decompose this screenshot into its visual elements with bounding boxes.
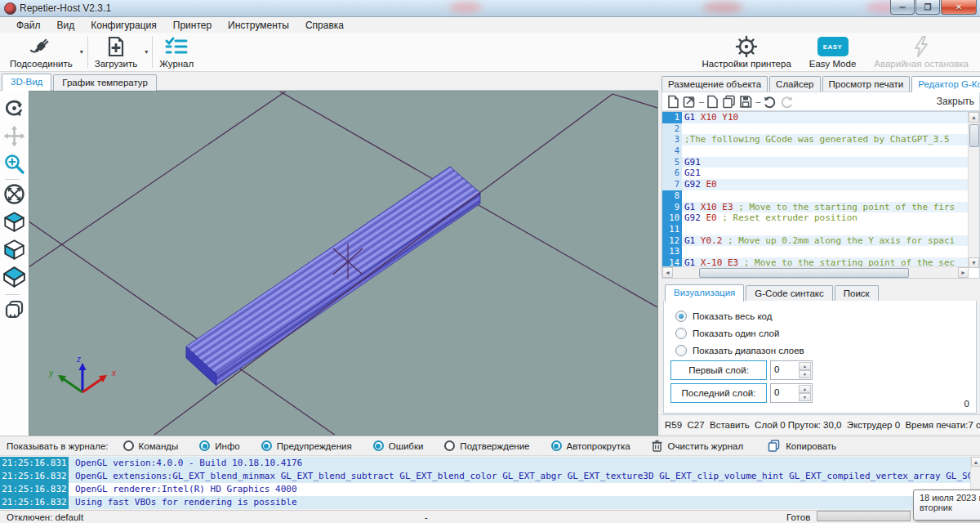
scroll-thumb[interactable]: [699, 268, 909, 278]
radio-0[interactable]: Показать весь код: [675, 311, 772, 322]
fit-view-icon[interactable]: [3, 183, 25, 205]
export-file-icon[interactable]: [683, 95, 696, 109]
log-toggle-1[interactable]: Инфо: [199, 440, 239, 451]
spin-down[interactable]: ▼: [799, 370, 811, 378]
line-text: [682, 224, 969, 235]
top-view-icon[interactable]: [3, 266, 25, 288]
gcode-line[interactable]: 3;The following GCode was generated by C…: [662, 134, 969, 145]
gcode-line[interactable]: 9G1 X10 E3 ; Move to the starting point …: [662, 202, 969, 213]
rotate-view-icon[interactable]: [3, 97, 25, 119]
menu-item-0[interactable]: Файл: [8, 18, 49, 33]
viz-tab-1[interactable]: G-Code синтакс: [746, 285, 832, 302]
connect-button[interactable]: Подсоединить: [5, 33, 78, 71]
front-view-icon[interactable]: [3, 239, 25, 261]
left-tab-0[interactable]: 3D-Вид: [2, 74, 51, 91]
gcode-line[interactable]: 7G92 E0: [662, 179, 969, 190]
lightning-icon: [911, 35, 931, 58]
minimize-button[interactable]: ─: [890, 0, 915, 15]
connect-dropdown[interactable]: ▾: [78, 33, 86, 71]
right-tab-1[interactable]: Слайсер: [769, 76, 820, 92]
new-file-icon[interactable]: [667, 95, 679, 109]
line-number: 3: [662, 134, 682, 145]
line-number: 2: [662, 123, 682, 135]
3d-viewport[interactable]: y z x: [29, 91, 658, 436]
printed-object[interactable]: [186, 167, 480, 386]
easy-mode-button[interactable]: EASY Easy Mode: [804, 33, 862, 71]
left-tab-1[interactable]: График температур: [53, 74, 157, 91]
move-view-icon[interactable]: [3, 125, 25, 147]
radio-2[interactable]: Показать диапазон слоев: [675, 345, 804, 356]
log-timestamp: 21:25:16.832: [0, 483, 69, 496]
scroll-up-arrow[interactable]: ▲: [971, 457, 980, 467]
scroll-right-arrow[interactable]: ►: [958, 267, 969, 278]
load-dropdown[interactable]: ▾: [142, 33, 150, 71]
log-toggle-0[interactable]: Команды: [123, 440, 179, 451]
log-toggle-button[interactable]: Журнал: [154, 33, 198, 71]
gcode-editor[interactable]: 1G1 X10 Y1023;The following GCode was ge…: [662, 111, 980, 279]
gcode-lines[interactable]: 1G1 X10 Y1023;The following GCode was ge…: [662, 112, 969, 268]
first-layer-button[interactable]: Первый слой:: [670, 360, 767, 380]
menu-item-3[interactable]: Принтер: [165, 18, 220, 33]
menu-item-5[interactable]: Справка: [297, 18, 352, 33]
copy-icon: [768, 440, 780, 452]
log-toggle-4[interactable]: Подтверждение: [444, 440, 529, 451]
printer-settings-button[interactable]: Настройки принтера: [697, 33, 795, 71]
log-toggle-3[interactable]: Ошибки: [373, 440, 424, 451]
menu-item-2[interactable]: Конфигурация: [82, 18, 165, 33]
load-button[interactable]: Загрузить: [90, 33, 143, 71]
log-output[interactable]: 21:25:16.831OpenGL version:4.0.0 - Build…: [0, 457, 980, 509]
first-layer-spinner[interactable]: 0 ▲▼: [770, 360, 813, 380]
gcode-line[interactable]: 8: [662, 190, 969, 202]
gcode-line[interactable]: 5G91: [662, 157, 969, 168]
save-file-icon[interactable]: [739, 95, 752, 109]
zoom-view-icon[interactable]: [3, 153, 25, 175]
menu-item-4[interactable]: Инструменты: [220, 18, 297, 33]
copy-file-icon[interactable]: [722, 95, 736, 109]
maximize-button[interactable]: ❐: [915, 0, 940, 15]
open-file-icon[interactable]: [706, 95, 719, 109]
right-tab-bar: Размещение объектаСлайсерПросмотр печати…: [662, 74, 980, 92]
scroll-up-arrow[interactable]: ▲: [969, 112, 979, 123]
right-tab-2[interactable]: Просмотр печати: [822, 76, 911, 92]
radio-1[interactable]: Показать один слой: [675, 328, 779, 339]
spin-up[interactable]: ▲: [799, 385, 811, 393]
scroll-down-arrow[interactable]: ▼: [969, 257, 979, 268]
gcode-line[interactable]: 12G1 Y0.2 ; Move up 0.2mm along the Y ax…: [662, 235, 969, 247]
radio-checked-icon: [675, 311, 687, 322]
log-toggle-5[interactable]: Автопрокрутка: [551, 440, 630, 451]
gcode-line[interactable]: 2: [662, 123, 969, 135]
copy-log-button[interactable]: Копировать: [768, 440, 836, 452]
close-button[interactable]: ✕: [941, 0, 977, 15]
line-text: G1 Y0.2 ; Move up 0.2mm along the Y axis…: [682, 235, 969, 247]
right-tab-3[interactable]: Редактор G-Кода: [911, 76, 980, 92]
save-dropdown[interactable]: –: [755, 96, 760, 106]
spin-down[interactable]: ▼: [799, 393, 811, 401]
plug-icon: [29, 35, 52, 58]
editor-horizontal-scrollbar[interactable]: ◄ ►: [662, 266, 969, 278]
log-toggle-2[interactable]: Предупреждения: [261, 440, 352, 451]
right-tab-0[interactable]: Размещение объекта: [662, 76, 768, 92]
y-axis-label: y: [48, 369, 54, 378]
isometric-view-icon[interactable]: [3, 211, 25, 233]
undo-icon[interactable]: [763, 95, 777, 109]
app-icon: [4, 2, 16, 15]
gcode-line[interactable]: 10G92 E0 ; Reset extruder position: [662, 212, 969, 224]
spin-up[interactable]: ▲: [799, 362, 811, 370]
menu-item-1[interactable]: Вид: [49, 18, 83, 33]
gcode-line[interactable]: 6G21: [662, 168, 969, 179]
objects-group-icon[interactable]: [3, 298, 25, 320]
gcode-line[interactable]: 13: [662, 246, 969, 257]
viz-tab-2[interactable]: Поиск: [835, 285, 879, 302]
gcode-line[interactable]: 11: [662, 224, 969, 235]
editor-vertical-scrollbar[interactable]: ▲ ▼: [968, 112, 979, 268]
last-layer-button[interactable]: Последний слой:: [670, 383, 767, 403]
close-editor-link[interactable]: Закрыть: [937, 96, 974, 107]
viz-tab-0[interactable]: Визуализация: [665, 284, 744, 302]
gcode-line[interactable]: 4: [662, 145, 969, 157]
scroll-thumb[interactable]: [969, 124, 979, 147]
clear-log-button[interactable]: Очистить журнал: [652, 440, 744, 452]
scroll-left-arrow[interactable]: ◄: [662, 267, 673, 278]
last-layer-spinner[interactable]: 0 ▲▼: [770, 383, 813, 403]
export-dropdown[interactable]: –: [699, 96, 704, 106]
gcode-line[interactable]: 1G1 X10 Y10: [662, 112, 969, 123]
